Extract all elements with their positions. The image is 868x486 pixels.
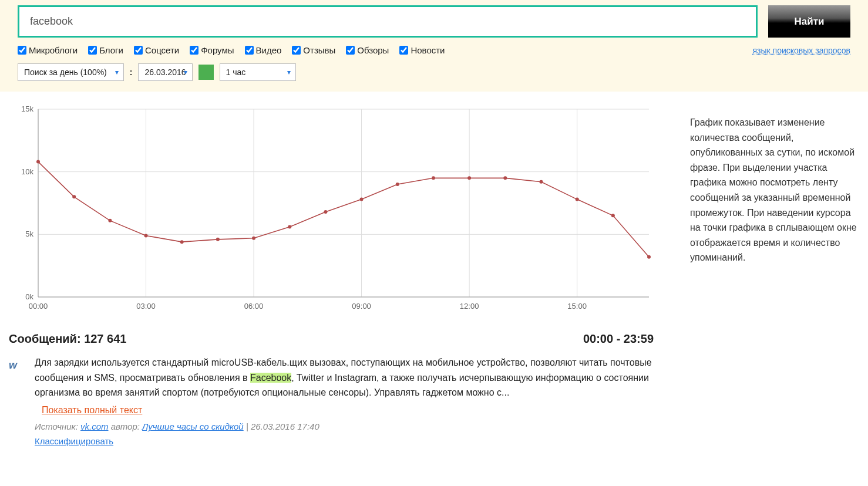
- svg-point-24: [108, 219, 112, 222]
- filter-форумы[interactable]: Форумы: [190, 45, 234, 55]
- chart-description: График показывает изменение количества с…: [690, 97, 859, 320]
- highlight-term: Facebook: [250, 373, 291, 383]
- results-time-range: 00:00 - 23:59: [583, 332, 859, 346]
- filter-новости[interactable]: Новости: [399, 45, 445, 55]
- filter-label: Микроблоги: [29, 45, 78, 55]
- filter-блоги[interactable]: Блоги: [88, 45, 123, 55]
- filter-обзоры[interactable]: Обзоры: [346, 45, 389, 55]
- filter-checkbox[interactable]: [292, 46, 301, 55]
- svg-point-39: [647, 255, 651, 259]
- svg-point-31: [360, 198, 364, 201]
- filter-checkbox[interactable]: [88, 46, 97, 55]
- query-language-link[interactable]: язык поисковых запросов: [753, 46, 850, 55]
- filter-checkbox[interactable]: [190, 46, 199, 55]
- result-meta: Источник: vk.com автор: Лучшие часы со с…: [35, 420, 657, 434]
- svg-point-36: [539, 180, 543, 184]
- svg-point-38: [611, 214, 615, 217]
- filter-label: Блоги: [99, 45, 123, 55]
- filter-checkbox[interactable]: [346, 46, 355, 55]
- filter-label: Обзоры: [357, 45, 389, 55]
- author-link[interactable]: Лучшие часы со скидкой: [142, 421, 244, 431]
- svg-text:00:00: 00:00: [29, 302, 48, 310]
- svg-point-33: [432, 176, 435, 180]
- svg-text:15k: 15k: [21, 104, 33, 113]
- svg-point-25: [144, 234, 148, 237]
- filter-checkbox[interactable]: [134, 46, 143, 55]
- svg-text:0k: 0k: [25, 292, 33, 301]
- period-select[interactable]: Поиск за день (100%): [18, 63, 124, 81]
- status-square: [199, 65, 214, 80]
- filter-видео[interactable]: Видео: [245, 45, 282, 55]
- svg-point-28: [252, 237, 255, 240]
- svg-point-27: [216, 238, 220, 241]
- source-link[interactable]: vk.com: [80, 421, 109, 431]
- date-input[interactable]: 26.03.2016: [138, 63, 192, 81]
- show-full-link[interactable]: Показать полный текст: [42, 403, 142, 418]
- svg-text:12:00: 12:00: [460, 302, 479, 310]
- svg-text:5k: 5k: [25, 230, 33, 238]
- colon-separator: :: [130, 68, 133, 77]
- svg-text:03:00: 03:00: [136, 302, 156, 310]
- filter-label: Соцсети: [145, 45, 179, 55]
- svg-text:10k: 10k: [21, 167, 33, 176]
- filter-label: Отзывы: [303, 45, 335, 55]
- svg-point-35: [503, 176, 507, 180]
- filter-checkbox[interactable]: [18, 46, 26, 55]
- results-count: Сообщений: 127 641: [9, 332, 126, 346]
- filter-соцсети[interactable]: Соцсети: [134, 45, 179, 55]
- filter-микроблоги[interactable]: Микроблоги: [18, 45, 78, 55]
- svg-point-32: [396, 183, 399, 186]
- search-input[interactable]: [18, 5, 758, 38]
- svg-point-30: [324, 210, 327, 214]
- svg-point-29: [288, 225, 291, 229]
- classify-link[interactable]: Классифицировать: [35, 436, 113, 446]
- svg-point-26: [180, 240, 184, 244]
- filter-отзывы[interactable]: Отзывы: [292, 45, 335, 55]
- vk-icon: w: [9, 359, 16, 371]
- filter-checkbox[interactable]: [399, 46, 408, 55]
- svg-point-37: [576, 198, 579, 201]
- svg-point-34: [467, 176, 471, 180]
- svg-text:09:00: 09:00: [352, 302, 371, 310]
- svg-point-23: [72, 195, 76, 198]
- search-button[interactable]: Найти: [768, 5, 850, 38]
- svg-text:15:00: 15:00: [567, 302, 587, 310]
- svg-point-22: [36, 160, 40, 164]
- filter-label: Форумы: [201, 45, 234, 55]
- filter-label: Видео: [256, 45, 282, 55]
- timeline-chart[interactable]: 0k5k10k15k00:0003:0006:0009:0012:0015:00: [9, 97, 655, 320]
- interval-select[interactable]: 1 час: [220, 63, 296, 81]
- svg-text:06:00: 06:00: [244, 302, 264, 310]
- filter-checkbox[interactable]: [245, 46, 254, 55]
- result-item: w Для зарядки используется стандартный m…: [9, 355, 859, 449]
- filter-label: Новости: [411, 45, 445, 55]
